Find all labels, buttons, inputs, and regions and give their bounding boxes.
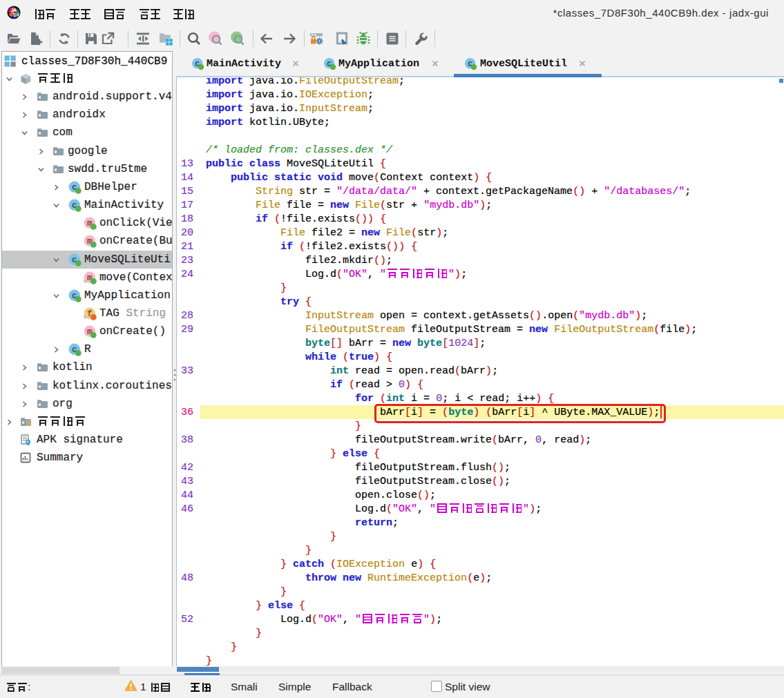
svg-text:DX: DX (13, 12, 20, 17)
